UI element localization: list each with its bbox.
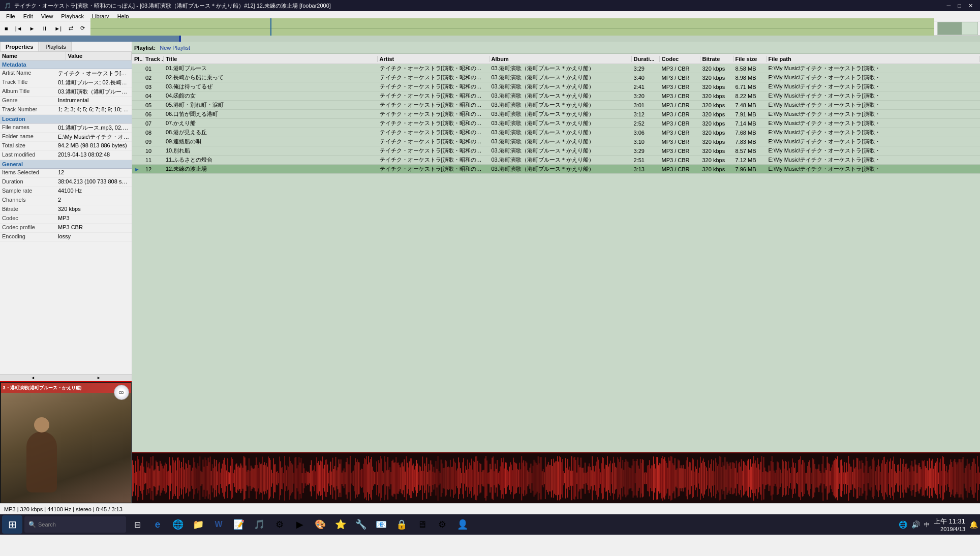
track-filesize: 8.58 MB bbox=[733, 66, 767, 72]
taskbar-gear-icon[interactable]: ⚙ bbox=[270, 515, 289, 534]
random-button[interactable]: ⇄ bbox=[66, 23, 76, 33]
repeat-button[interactable]: ⟳ bbox=[78, 23, 87, 33]
svg-rect-31 bbox=[160, 461, 161, 496]
taskbar-music-icon[interactable]: 🎵 bbox=[250, 515, 268, 534]
svg-rect-648 bbox=[790, 473, 791, 483]
prev-button[interactable]: |◄ bbox=[13, 24, 25, 33]
playlist-name-display[interactable]: New Playlist bbox=[160, 45, 190, 51]
svg-rect-144 bbox=[275, 464, 276, 492]
col-filesize[interactable]: File size bbox=[733, 56, 767, 62]
taskbar-notepad-icon[interactable]: 📝 bbox=[230, 515, 248, 534]
svg-rect-520 bbox=[659, 463, 660, 493]
playlist-row-1[interactable]: 01 01.港町ブルース テイチク・オーケストラ[演歌・昭和のにっぽん] 03.… bbox=[132, 64, 980, 73]
tab-properties[interactable]: Properties bbox=[0, 42, 39, 51]
close-button[interactable]: ✕ bbox=[965, 0, 976, 11]
col-title[interactable]: Title bbox=[164, 56, 378, 62]
playlist-row-4[interactable]: 04 04.函館の女 テイチク・オーケストラ[演歌・昭和のにっぽん] 03.港町… bbox=[132, 91, 980, 101]
svg-rect-230 bbox=[363, 464, 364, 493]
taskbar-ie-icon[interactable]: e bbox=[148, 515, 167, 534]
maximize-button[interactable]: □ bbox=[955, 0, 964, 11]
taskbar-app6-icon[interactable]: 🖥 bbox=[413, 515, 431, 534]
col-album[interactable]: Album bbox=[489, 56, 632, 62]
track-bitrate: 320 kbps bbox=[700, 148, 733, 154]
section-metadata[interactable]: Metadata bbox=[0, 60, 132, 69]
menu-edit[interactable]: Edit bbox=[19, 11, 37, 21]
menu-file[interactable]: File bbox=[2, 11, 19, 21]
playlist-row-3[interactable]: 03 03.俺は待ってるぜ テイチク・オーケストラ[演歌・昭和のにっぽん] 03… bbox=[132, 82, 980, 91]
svg-rect-336 bbox=[471, 458, 472, 498]
taskbar-media-icon[interactable]: ▶ bbox=[291, 515, 309, 534]
playlist-row-9[interactable]: 09 09.連絡船の唄 テイチク・オーケストラ[演歌・昭和のにっぽん] 03.港… bbox=[132, 137, 980, 146]
taskbar-ime[interactable]: 中 bbox=[924, 521, 930, 529]
taskbar-word-icon[interactable]: W bbox=[209, 515, 228, 534]
track-album: 03.港町演歌（港町ブルース＊かえり船） bbox=[489, 92, 632, 100]
playlist-row-8[interactable]: 08 08.港が見える丘 テイチク・オーケストラ[演歌・昭和のにっぽん] 03.… bbox=[132, 128, 980, 137]
svg-rect-532 bbox=[671, 456, 672, 500]
start-button[interactable]: ⊞ bbox=[2, 515, 22, 534]
svg-rect-267 bbox=[401, 464, 402, 493]
task-view-button[interactable]: ⊟ bbox=[128, 515, 146, 534]
svg-rect-544 bbox=[684, 469, 685, 487]
col-playing[interactable]: Pl... bbox=[132, 56, 143, 62]
col-codec[interactable]: Codec bbox=[660, 56, 700, 62]
minimize-button[interactable]: ─ bbox=[944, 0, 954, 11]
svg-rect-389 bbox=[526, 461, 527, 495]
svg-rect-689 bbox=[832, 465, 833, 492]
volume-control[interactable] bbox=[937, 22, 978, 35]
playlist-row-6[interactable]: 06 06.口笛が聞える港町 テイチク・オーケストラ[演歌・昭和のにっぽん] 0… bbox=[132, 110, 980, 119]
svg-rect-618 bbox=[759, 470, 760, 487]
playlist-row-11[interactable]: 11 11.ふるさとの燈台 テイチク・オーケストラ[演歌・昭和のにっぽん] 03… bbox=[132, 156, 980, 165]
taskbar-app5-icon[interactable]: 🔒 bbox=[392, 515, 411, 534]
taskbar-explorer-icon[interactable]: 📁 bbox=[189, 515, 207, 534]
taskbar-app7-icon[interactable]: ⚙ bbox=[433, 515, 451, 534]
taskbar-app2-icon[interactable]: ⭐ bbox=[331, 515, 350, 534]
pause-button[interactable]: ⏸ bbox=[39, 24, 50, 33]
svg-rect-534 bbox=[673, 465, 675, 491]
svg-rect-514 bbox=[653, 456, 654, 500]
taskbar-search[interactable]: 🔍 Search bbox=[24, 516, 126, 533]
playlist-row-12[interactable]: ► 12 12.未練の波止場 テイチク・オーケストラ[演歌・昭和のにっぽん] 0… bbox=[132, 165, 980, 174]
clock[interactable]: 上午 11:31 2019/4/13 bbox=[934, 517, 965, 532]
svg-rect-246 bbox=[379, 463, 380, 493]
svg-rect-653 bbox=[795, 463, 796, 493]
svg-rect-392 bbox=[529, 472, 530, 484]
playlist-row-10[interactable]: 10 10.別れ船 テイチク・オーケストラ[演歌・昭和のにっぽん] 03.港町演… bbox=[132, 146, 980, 156]
playlist-row-2[interactable]: 02 02.長崎から船に乗って テイチク・オーケストラ[演歌・昭和のにっぽん] … bbox=[132, 73, 980, 82]
next-button[interactable]: ►| bbox=[52, 24, 64, 33]
svg-rect-235 bbox=[368, 456, 369, 500]
taskbar-app1-icon[interactable]: 🎨 bbox=[311, 515, 329, 534]
notification-icon[interactable]: 🔔 bbox=[969, 520, 978, 529]
svg-rect-742 bbox=[886, 462, 887, 495]
svg-rect-615 bbox=[756, 468, 757, 489]
scroll-left-button[interactable]: ◄ bbox=[0, 375, 66, 381]
taskbar-app3-icon[interactable]: 🔧 bbox=[352, 515, 370, 534]
svg-rect-285 bbox=[419, 466, 420, 491]
svg-rect-154 bbox=[285, 466, 286, 491]
col-artist[interactable]: Artist bbox=[378, 56, 489, 62]
play-button[interactable]: ► bbox=[26, 24, 37, 33]
playlist-row-5[interactable]: 05 05.港町・別れ町・涙町 テイチク・オーケストラ[演歌・昭和のにっぽん] … bbox=[132, 101, 980, 110]
taskbar-volume-icon[interactable]: 🔊 bbox=[911, 520, 920, 529]
menu-playback[interactable]: Playback bbox=[57, 11, 88, 21]
scroll-right-button[interactable]: ► bbox=[66, 375, 132, 381]
tab-playlists[interactable]: Playlists bbox=[40, 42, 71, 51]
svg-rect-345 bbox=[480, 464, 481, 492]
col-filepath[interactable]: File path bbox=[767, 56, 981, 62]
section-general[interactable]: General bbox=[0, 160, 132, 169]
svg-rect-28 bbox=[157, 462, 158, 494]
progress-bar[interactable] bbox=[0, 36, 980, 42]
taskbar-app8-icon[interactable]: 👤 bbox=[453, 515, 472, 534]
col-track[interactable]: Track ... bbox=[143, 56, 164, 62]
taskbar-edge-icon[interactable]: 🌐 bbox=[169, 515, 187, 534]
col-duration[interactable]: Durati... bbox=[632, 56, 660, 62]
taskbar-network-icon[interactable]: 🌐 bbox=[899, 520, 907, 529]
playlist-row-7[interactable]: 07 07.かえり船 テイチク・オーケストラ[演歌・昭和のにっぽん] 03.港町… bbox=[132, 119, 980, 128]
section-location[interactable]: Location bbox=[0, 115, 132, 123]
taskbar-app4-icon[interactable]: 📧 bbox=[372, 515, 390, 534]
col-bitrate[interactable]: Bitrate bbox=[700, 56, 733, 62]
track-bitrate: 320 kbps bbox=[700, 130, 733, 136]
svg-rect-397 bbox=[534, 460, 535, 497]
stop-button[interactable]: ■ bbox=[2, 24, 11, 33]
playlist-body[interactable]: 01 01.港町ブルース テイチク・オーケストラ[演歌・昭和のにっぽん] 03.… bbox=[132, 64, 980, 452]
menu-view[interactable]: View bbox=[37, 11, 57, 21]
